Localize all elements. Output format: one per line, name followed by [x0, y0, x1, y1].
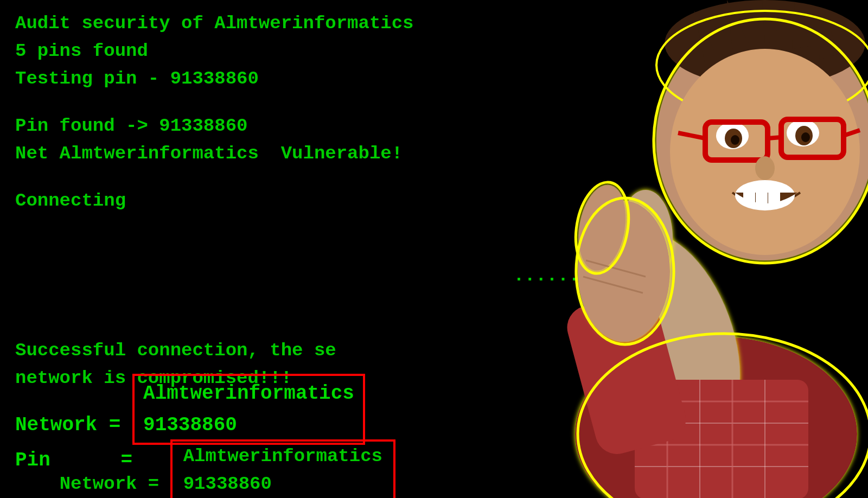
- result-display: Network = Almtwerinformatics 91338860 Pi…: [15, 374, 365, 476]
- network-name-boxed: Almtwerinformatics: [143, 382, 354, 405]
- svg-line-20: [768, 137, 781, 138]
- result-section: Network = Almtwerinformatics 91338860 Pi…: [15, 374, 365, 476]
- network-label: Network =: [60, 474, 170, 494]
- svg-rect-27: [768, 193, 780, 205]
- svg-point-16: [731, 135, 739, 145]
- pin-prefix: Pin =: [15, 449, 132, 471]
- svg-point-23: [755, 156, 775, 180]
- pin-value: 91338860: [183, 474, 272, 494]
- pin-number-boxed: 91338860: [143, 414, 237, 436]
- svg-rect-25: [743, 193, 755, 205]
- svg-point-17: [801, 132, 810, 142]
- svg-rect-26: [756, 193, 768, 205]
- red-box: Almtwerinformatics 91338860: [132, 374, 365, 445]
- network-prefix: Network =: [15, 414, 132, 436]
- kid-figure: [499, 0, 868, 498]
